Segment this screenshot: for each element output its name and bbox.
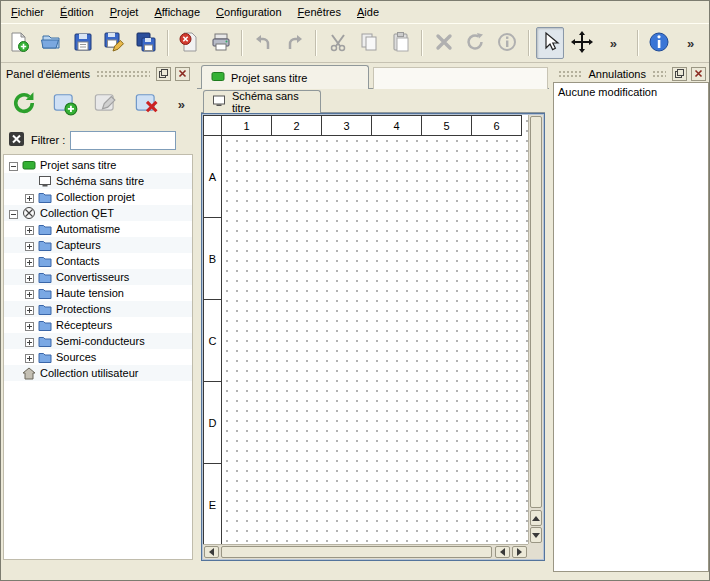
save-as-button[interactable]: [100, 27, 129, 59]
close-icon: [694, 68, 703, 80]
tree-item-label: Automatisme: [56, 223, 120, 235]
tree-item-haute-tension[interactable]: Haute tension: [4, 285, 192, 301]
clear-filter-button[interactable]: [8, 130, 26, 150]
save-all-button[interactable]: [132, 27, 161, 59]
tree-item-label: Collection utilisateur: [40, 367, 138, 379]
main-toolbar: » »: [1, 23, 709, 63]
rotate-button[interactable]: [461, 27, 490, 59]
undo-empty-message: Aucune modification: [558, 86, 657, 98]
expand-expander-icon[interactable]: [25, 225, 34, 234]
close-file-button[interactable]: [175, 27, 204, 59]
arrow-up-icon: [532, 516, 540, 521]
arrow-left-icon: [500, 548, 505, 556]
move-mode-button[interactable]: [567, 27, 596, 59]
toolbar-overflow-button[interactable]: »: [599, 27, 628, 59]
scroll-left-button-2[interactable]: [495, 546, 510, 558]
open-project-button[interactable]: [37, 27, 66, 59]
menu-configuration[interactable]: Configuration: [208, 3, 289, 21]
copy-button[interactable]: [355, 27, 384, 59]
menu-bar: Fichier Édition Projet Affichage Configu…: [1, 1, 709, 23]
vertical-scrollbar[interactable]: [528, 115, 543, 544]
folder-icon: [38, 351, 52, 363]
save-button[interactable]: [68, 27, 97, 59]
tree-item-capteurs[interactable]: Capteurs: [4, 237, 192, 253]
cut-button[interactable]: [323, 27, 352, 59]
schema-canvas[interactable]: 1 2 3 4 5 6 A B C D E: [203, 115, 528, 544]
select-mode-button[interactable]: [536, 27, 565, 59]
horizontal-scrollbar-thumb[interactable]: [221, 546, 492, 558]
filter-label: Filtrer :: [31, 134, 65, 146]
tree-item-sources[interactable]: Sources: [4, 349, 192, 365]
tree-item-project[interactable]: Projet sans titre: [4, 157, 192, 173]
expand-expander-icon[interactable]: [25, 289, 34, 298]
toolbar-overflow-button-right[interactable]: »: [676, 27, 705, 59]
float-icon: [159, 68, 168, 80]
expand-expander-icon[interactable]: [25, 305, 34, 314]
expand-expander-icon[interactable]: [25, 321, 34, 330]
vertical-scrollbar-thumb[interactable]: [530, 116, 542, 508]
tree-item-protections[interactable]: Protections: [4, 301, 192, 317]
expand-expander-icon[interactable]: [25, 241, 34, 250]
menu-fenetres[interactable]: Fenêtres: [290, 3, 349, 21]
tree-item-collection-utilisateur[interactable]: Collection utilisateur: [4, 365, 192, 381]
new-element-button[interactable]: [48, 87, 82, 121]
schema-tab-bar: Schéma sans titre: [201, 89, 545, 113]
expand-expander-icon[interactable]: [25, 193, 34, 202]
close-panel-button[interactable]: [691, 67, 706, 81]
tree-item-schema[interactable]: Schéma sans titre: [4, 173, 192, 189]
menu-edition[interactable]: Édition: [52, 3, 102, 21]
tab-schema[interactable]: Schéma sans titre: [203, 90, 321, 113]
dock-grip[interactable]: [652, 70, 666, 78]
undo-panel-titlebar[interactable]: Annulations: [553, 65, 709, 82]
horizontal-scrollbar[interactable]: [203, 544, 528, 559]
menu-aide[interactable]: Aide: [349, 3, 387, 21]
collapse-expander-icon[interactable]: [9, 161, 18, 170]
scroll-up-button[interactable]: [530, 510, 542, 526]
edit-element-icon: [93, 90, 119, 118]
collapse-expander-icon[interactable]: [9, 209, 18, 218]
scroll-right-button[interactable]: [512, 546, 527, 558]
menu-projet[interactable]: Projet: [102, 3, 147, 21]
tree-item-recepteurs[interactable]: Récepteurs: [4, 317, 192, 333]
expand-expander-icon[interactable]: [25, 353, 34, 362]
close-icon: [178, 68, 187, 80]
info-button[interactable]: [493, 27, 522, 59]
undo-button[interactable]: [249, 27, 278, 59]
elements-panel-titlebar[interactable]: Panel d'éléments: [3, 65, 193, 82]
about-button[interactable]: [645, 27, 674, 59]
expand-expander-icon[interactable]: [25, 337, 34, 346]
dock-grip[interactable]: [558, 70, 583, 78]
float-panel-button[interactable]: [156, 67, 171, 81]
menu-affichage[interactable]: Affichage: [146, 3, 208, 21]
scroll-left-button[interactable]: [204, 546, 219, 558]
scroll-down-button[interactable]: [530, 527, 542, 543]
paste-button[interactable]: [387, 27, 416, 59]
tab-project[interactable]: Projet sans titre: [201, 65, 369, 89]
dock-grip[interactable]: [96, 70, 150, 78]
grid-column-header: 1: [221, 115, 272, 136]
new-project-button[interactable]: [5, 27, 34, 59]
float-panel-button[interactable]: [672, 67, 687, 81]
edit-element-button[interactable]: [89, 87, 123, 121]
tree-item-semi-conducteurs[interactable]: Semi-conducteurs: [4, 333, 192, 349]
redo-button[interactable]: [281, 27, 310, 59]
project-tab-bar: Projet sans titre: [197, 63, 549, 89]
tree-item-automatisme[interactable]: Automatisme: [4, 221, 192, 237]
tree-item-contacts[interactable]: Contacts: [4, 253, 192, 269]
tree-item-collection-qet[interactable]: Collection QET: [4, 205, 192, 221]
tree-item-convertisseurs[interactable]: Convertisseurs: [4, 269, 192, 285]
print-icon: [210, 31, 232, 55]
new-file-icon: [8, 31, 30, 55]
menu-fichier[interactable]: Fichier: [3, 3, 52, 21]
reload-collections-button[interactable]: [7, 87, 41, 121]
print-button[interactable]: [206, 27, 235, 59]
filter-input[interactable]: [70, 131, 176, 150]
panel-toolbar-overflow-button[interactable]: »: [178, 97, 189, 112]
close-panel-button[interactable]: [175, 67, 190, 81]
tree-item-collection-projet[interactable]: Collection projet: [4, 189, 192, 205]
delete-button[interactable]: [429, 27, 458, 59]
expand-expander-icon[interactable]: [25, 257, 34, 266]
delete-element-button[interactable]: [130, 87, 164, 121]
expander-spacer: [25, 177, 34, 186]
expand-expander-icon[interactable]: [25, 273, 34, 282]
